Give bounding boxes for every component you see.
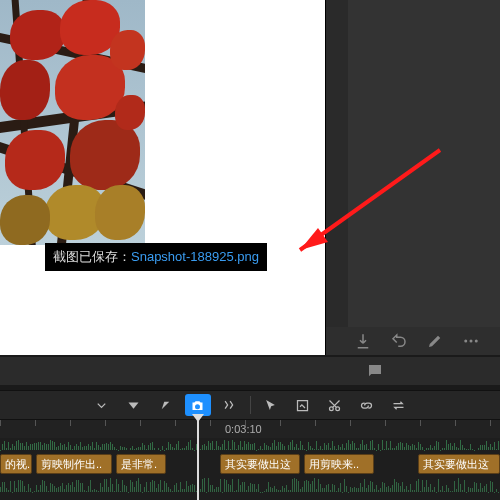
subtitle-clip[interactable]: 是非常. (116, 454, 166, 474)
svg-point-0 (464, 340, 467, 343)
cut-icon[interactable] (322, 394, 348, 416)
effects-icon[interactable] (217, 394, 243, 416)
time-label: 0:03:10 (225, 423, 262, 435)
snapshot-saved-toast: 截图已保存：Snapshot-188925.png (45, 243, 267, 271)
time-ruler[interactable]: 0:03:10 (0, 420, 500, 438)
svg-point-2 (475, 340, 478, 343)
skew-icon[interactable] (153, 394, 179, 416)
timeline-tracks[interactable]: 的视.剪映制作出..是非常.其实要做出这用剪映来..其实要做出这 (0, 438, 500, 500)
brush-icon[interactable] (426, 332, 444, 350)
side-panel-toolbar (326, 327, 500, 355)
more-icon[interactable] (462, 332, 480, 350)
subtitle-clip[interactable]: 用剪映来.. (304, 454, 374, 474)
preview-canvas (0, 0, 325, 355)
toast-filename: Snapshot-188925.png (131, 249, 259, 264)
toast-label: 截图已保存： (53, 249, 131, 264)
subtitle-clip[interactable]: 的视. (0, 454, 32, 474)
edit-box-icon[interactable] (290, 394, 316, 416)
preview-image (0, 0, 145, 245)
subtitle-track: 的视.剪映制作出..是非常.其实要做出这用剪映来..其实要做出这 (0, 454, 500, 474)
side-panel (325, 0, 500, 355)
subtitle-clip[interactable]: 其实要做出这 (418, 454, 500, 474)
subtitle-clip[interactable]: 其实要做出这 (220, 454, 300, 474)
audio-waveform-top (0, 440, 500, 450)
timeline-toolbar (0, 390, 500, 420)
side-panel-body (348, 0, 500, 330)
swap-icon[interactable] (386, 394, 412, 416)
undo-icon[interactable] (390, 332, 408, 350)
pointer-icon[interactable] (258, 394, 284, 416)
playhead[interactable] (197, 420, 199, 500)
chevron-down-icon[interactable] (89, 394, 115, 416)
download-icon[interactable] (354, 332, 372, 350)
link-icon[interactable] (354, 394, 380, 416)
snapshot-button[interactable] (185, 394, 211, 416)
triangle-down-icon[interactable] (121, 394, 147, 416)
comment-icon[interactable] (366, 362, 384, 380)
subtitle-clip[interactable]: 剪映制作出.. (36, 454, 112, 474)
svg-point-1 (470, 340, 473, 343)
comment-row (0, 357, 500, 385)
audio-waveform-bottom (0, 478, 500, 492)
